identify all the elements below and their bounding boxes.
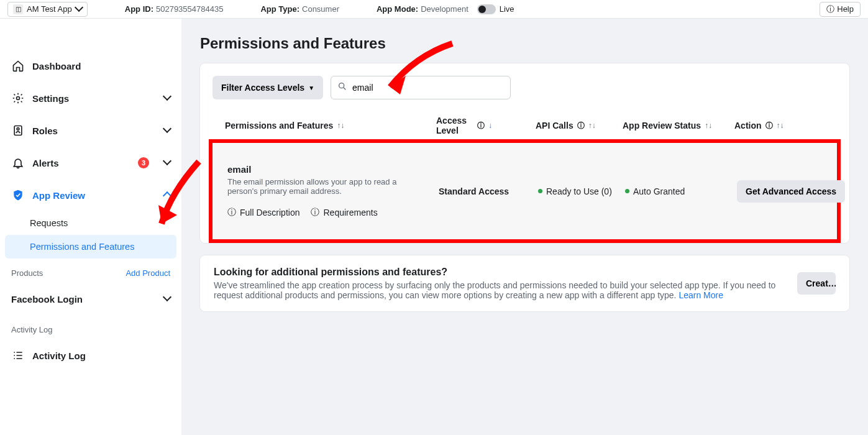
permission-row-email: email The email permission allows your a… [209,139,841,243]
permission-info: email The email permission allows your a… [227,164,439,218]
app-mode-label: App Mode: [377,4,418,14]
chevron-down-icon [164,93,170,103]
filter-button-label: Filter Access Levels [221,83,304,93]
access-level-value: Standard Access [439,186,538,196]
sidebar-products-header: Products Add Product [0,265,181,283]
alerts-badge: 3 [138,157,149,168]
chevron-down-icon [164,294,170,304]
sidebar-subitem-permissions[interactable]: Permissions and Features [5,235,176,259]
status-dot-icon [625,189,629,193]
app-mode-field: App Mode: Development Live [377,4,514,14]
help-icon: ⓘ [826,4,834,15]
sidebar-app-review-label: App Review [32,190,85,201]
info-icon: ⓘ [227,207,236,218]
sidebar: Dashboard Settings Roles Alerts 3 [0,19,181,435]
sidebar-item-facebook-login[interactable]: Facebook Login [0,283,181,315]
table-header: Permissions and Features ↑↓ Access Level… [200,112,849,139]
sort-icon: ↑↓ [705,121,712,130]
th-api-calls[interactable]: API Calls ⓘ ↑↓ [536,121,623,131]
sidebar-item-app-review[interactable]: App Review [0,179,181,211]
search-input[interactable] [352,83,504,93]
page-title: Permissions and Features [200,35,849,52]
sidebar-fb-login-label: Facebook Login [11,294,83,304]
sidebar-item-settings[interactable]: Settings [0,82,181,114]
th-action: Action ⓘ ↑↓ [734,121,784,131]
chevron-up-icon [164,190,170,201]
app-id-value: 502793554784435 [156,4,223,14]
mode-toggle[interactable]: Live [477,4,514,14]
search-input-wrap[interactable] [331,76,511,99]
filter-access-levels-button[interactable]: Filter Access Levels ▼ [212,76,323,99]
sort-icon: ↑↓ [337,121,344,130]
sort-down-icon: ↓ [488,121,492,130]
sidebar-activity-log-header: Activity Log [0,321,181,339]
th-permissions[interactable]: Permissions and Features ↑↓ [225,121,436,130]
gear-icon [11,92,25,104]
sidebar-activity-log-label: Activity Log [32,350,86,361]
permissions-card: Filter Access Levels ▼ Permissions and F… [200,63,849,243]
requirements-link[interactable]: ⓘRequirements [311,207,377,218]
learn-more-link[interactable]: Learn More [678,290,723,300]
app-name: AM Test App [27,4,72,14]
svg-point-2 [17,128,19,130]
sidebar-item-roles[interactable]: Roles [0,114,181,147]
sidebar-settings-label: Settings [32,93,69,104]
review-status-value: Auto Granted [625,186,737,196]
main-content: Permissions and Features Filter Access L… [181,19,868,435]
sidebar-subitem-requests[interactable]: Requests [0,211,181,235]
sort-icon: ↑↓ [777,121,784,130]
app-type-label: App Type: [260,4,299,14]
sort-icon: ↑↓ [588,121,596,130]
sidebar-item-alerts[interactable]: Alerts 3 [0,147,181,179]
app-type-value: Consumer [302,4,339,14]
search-icon [337,81,347,94]
permission-links: ⓘFull Description ⓘRequirements [227,207,439,218]
action-cell: Get Advanced Access [737,180,836,203]
filters-row: Filter Access Levels ▼ [200,63,849,106]
chevron-down-icon [164,126,170,135]
app-mode-value: Development [421,4,468,14]
roles-icon [11,124,25,137]
info-card-title: Looking for additional permissions and f… [214,267,785,278]
create-app-button[interactable]: Creat… [797,272,836,295]
full-description-link[interactable]: ⓘFull Description [227,207,299,218]
caret-down-icon: ▼ [308,85,314,91]
status-dot-icon [538,189,542,193]
help-label: Help [837,4,854,14]
home-icon [11,60,25,72]
sidebar-item-activity-log[interactable]: Activity Log [0,339,181,372]
app-id-label: App ID: [125,4,153,14]
activity-log-section-label: Activity Log [11,325,52,334]
svg-point-3 [339,83,344,88]
app-selector[interactable]: ◫ AM Test App [7,2,88,17]
products-label: Products [11,268,43,278]
sidebar-permissions-label: Permissions and Features [30,242,134,252]
svg-point-0 [17,97,20,100]
additional-permissions-card: Looking for additional permissions and f… [200,255,849,311]
app-id-field: App ID: 502793554784435 [125,4,224,14]
sidebar-roles-label: Roles [32,126,58,136]
permission-title: email [227,164,439,175]
th-review-status[interactable]: App Review Status ↑↓ [623,121,734,130]
app-type-field: App Type: Consumer [260,4,339,14]
get-advanced-access-button[interactable]: Get Advanced Access [737,180,845,203]
app-icon: ◫ [13,4,23,14]
top-header: ◫ AM Test App App ID: 502793554784435 Ap… [0,0,868,19]
sidebar-requests-label: Requests [30,218,68,228]
chevron-down-icon [164,158,170,168]
shield-check-icon [11,189,25,201]
info-card-body: We've streamlined the app creation proce… [214,280,785,300]
th-access-level[interactable]: Access Level ⓘ ↓ [436,116,536,135]
permission-description: The email permission allows your app to … [227,177,414,196]
sidebar-alerts-label: Alerts [32,158,59,168]
sidebar-dashboard-label: Dashboard [32,61,81,71]
bell-icon [11,157,25,169]
help-button[interactable]: ⓘ Help [820,2,861,17]
sidebar-item-dashboard[interactable]: Dashboard [0,50,181,82]
list-icon [11,349,25,362]
add-product-link[interactable]: Add Product [126,268,170,278]
info-icon: ⓘ [577,121,585,131]
info-icon: ⓘ [311,207,319,218]
toggle-switch[interactable] [477,4,496,14]
chevron-down-icon [76,4,82,14]
